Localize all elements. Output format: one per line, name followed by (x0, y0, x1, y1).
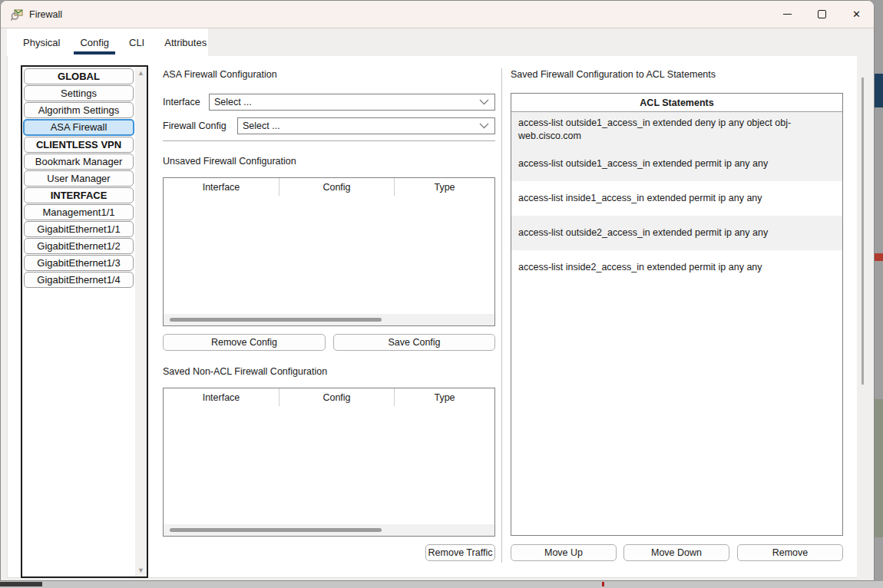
window-controls: ✕ (770, 1, 874, 28)
packet-tracer-icon (10, 8, 24, 21)
interface-select-value: Select ... (210, 97, 479, 107)
sidebar-item-asa-firewall[interactable]: ASA Firewall (23, 119, 134, 136)
acl-statement-row[interactable]: access-list inside2_access_in extended p… (511, 250, 842, 285)
save-config-button[interactable]: Save Config (333, 334, 495, 351)
background-artifact (875, 253, 883, 261)
chevron-down-icon (479, 123, 494, 129)
table-header-row: InterfaceConfigType (164, 388, 494, 406)
unsaved-config-table[interactable]: InterfaceConfigType (163, 177, 495, 326)
sidebar-item-gigabitethernet1-3[interactable]: GigabitEthernet1/3 (24, 255, 134, 271)
acl-statements-panel: Saved Firewall Configuration to ACL Stat… (511, 56, 843, 577)
acl-statement-row[interactable]: access-list inside1_access_in extended p… (511, 181, 842, 216)
sidebar-list: GLOBALSettingsAlgorithm SettingsASA Fire… (22, 67, 135, 576)
tab-cli[interactable]: CLI (123, 28, 150, 56)
column-header-config: Config (279, 388, 395, 406)
sidebar-item-clientless-vpn[interactable]: CLIENTLESS VPN (24, 137, 134, 153)
close-button[interactable]: ✕ (839, 1, 874, 28)
window-vertical-scrollbar[interactable] (857, 28, 874, 580)
tab-strip: PhysicalConfigCLIAttributes (7, 28, 208, 56)
minimize-button[interactable] (770, 1, 805, 28)
horizontal-scrollbar[interactable] (164, 314, 494, 325)
interface-field-label: Interface (163, 94, 200, 111)
acl-statement-list: access-list outside1_access_in extended … (511, 112, 842, 285)
maximize-icon (818, 10, 826, 18)
sidebar-item-algorithm-settings[interactable]: Algorithm Settings (24, 102, 134, 118)
remove-button[interactable]: Remove (737, 544, 843, 561)
config-panel-title: ASA Firewall Configuration (163, 69, 277, 80)
sidebar-item-settings[interactable]: Settings (24, 85, 134, 101)
tab-physical[interactable]: Physical (17, 28, 66, 56)
firewall-config-select-value: Select ... (238, 121, 479, 131)
horizontal-scrollbar[interactable] (164, 524, 494, 536)
acl-statements-table: ACL Statements access-list outside1_acce… (511, 93, 843, 536)
scrollbar-handle[interactable] (170, 528, 382, 532)
column-header-type: Type (395, 178, 494, 196)
firewall-config-field-label: Firewall Config (163, 117, 227, 134)
column-header-interface: Interface (164, 388, 279, 406)
scroll-up-icon[interactable]: ▲ (137, 67, 144, 79)
firewall-config-select[interactable]: Select ... (237, 117, 495, 134)
interface-select[interactable]: Select ... (209, 94, 495, 111)
sidebar-item-gigabitethernet1-4[interactable]: GigabitEthernet1/4 (24, 272, 134, 288)
tab-config[interactable]: Config (74, 28, 115, 56)
scrollbar-handle[interactable] (170, 318, 382, 322)
chevron-down-icon (479, 99, 494, 105)
column-header-interface: Interface (164, 178, 279, 196)
remove-config-button[interactable]: Remove Config (163, 334, 326, 351)
sidebar-item-global[interactable]: GLOBAL (24, 68, 134, 84)
column-header-type: Type (395, 388, 494, 406)
title-bar: Firewall ✕ (1, 1, 874, 28)
acl-statement-row[interactable]: access-list outside1_access_in extended … (511, 147, 842, 181)
background-artifact (0, 582, 42, 586)
panel-divider (501, 68, 502, 563)
background-artifact (875, 74, 883, 107)
saved-section-title: Saved Non-ACL Firewall Configuration (163, 366, 327, 377)
asa-firewall-config-panel: ASA Firewall Configuration Interface Sel… (163, 56, 495, 577)
window-title: Firewall (29, 9, 62, 20)
acl-panel-title: Saved Firewall Configuration to ACL Stat… (511, 69, 716, 80)
table-body (164, 406, 494, 524)
config-tab-content: GLOBALSettingsAlgorithm SettingsASA Fire… (7, 56, 858, 578)
remove-traffic-button[interactable]: Remove Traffic (425, 544, 495, 561)
background-artifact (875, 399, 883, 537)
separator (163, 140, 495, 141)
move-down-button[interactable]: Move Down (623, 544, 729, 561)
acl-statement-row[interactable]: access-list outside2_access_in extended … (511, 216, 842, 250)
sidebar-item-management1-1[interactable]: Management1/1 (24, 204, 134, 220)
sidebar-item-interface[interactable]: INTERFACE (24, 187, 134, 203)
minimize-icon (783, 14, 792, 15)
firewall-window: Firewall ✕ PhysicalConfigCLIAttributes G… (0, 0, 875, 581)
move-up-button[interactable]: Move Up (511, 544, 617, 561)
table-header-row: InterfaceConfigType (164, 178, 494, 196)
saved-nonacl-table[interactable]: InterfaceConfigType (163, 388, 495, 537)
background-artifact (0, 581, 883, 588)
unsaved-section-title: Unsaved Firewall Configuration (163, 156, 296, 167)
sidebar: GLOBALSettingsAlgorithm SettingsASA Fire… (21, 65, 148, 578)
close-icon: ✕ (852, 9, 861, 19)
sidebar-item-bookmark-manager[interactable]: Bookmark Manager (24, 154, 134, 170)
acl-table-header: ACL Statements (511, 94, 842, 112)
tab-row: PhysicalConfigCLIAttributes (1, 28, 874, 56)
table-body (164, 196, 494, 314)
column-header-config: Config (279, 178, 395, 196)
background-artifact (602, 582, 604, 586)
sidebar-item-user-manager[interactable]: User Manager (24, 170, 134, 187)
scroll-down-icon[interactable]: ▼ (137, 564, 144, 576)
acl-statement-row[interactable]: access-list outside1_access_in extended … (511, 112, 842, 147)
sidebar-item-gigabitethernet1-2[interactable]: GigabitEthernet1/2 (24, 238, 134, 254)
sidebar-item-gigabitethernet1-1[interactable]: GigabitEthernet1/1 (24, 221, 134, 237)
tab-attributes[interactable]: Attributes (158, 28, 213, 56)
maximize-button[interactable] (805, 1, 839, 28)
sidebar-scrollbar[interactable]: ▲ ▼ (135, 67, 147, 576)
scrollbar-handle[interactable] (862, 78, 864, 385)
